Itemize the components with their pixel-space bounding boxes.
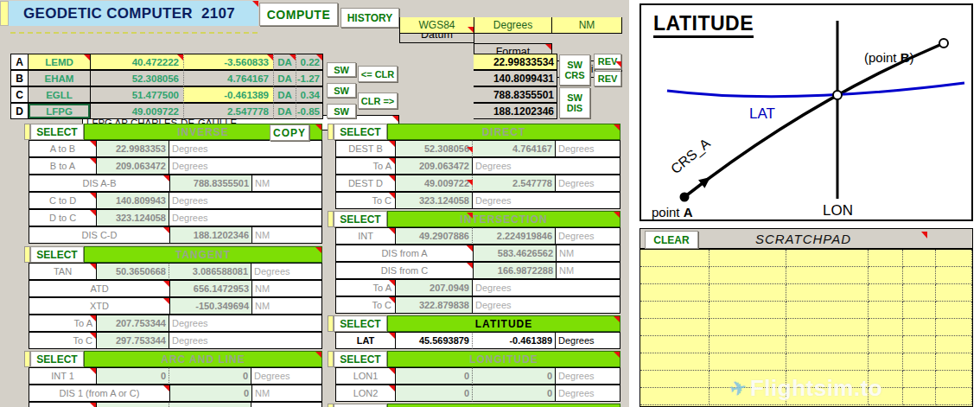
scratchpad-cell[interactable] [869, 284, 903, 302]
row-value[interactable]: 45.5693879 [395, 332, 473, 349]
wp-b-lon[interactable]: 4.764167 [183, 70, 273, 86]
scratchpad-cell[interactable] [936, 319, 972, 336]
wp-a-lon[interactable]: -3.560833 [183, 54, 273, 70]
row-value[interactable]: 323.124058 [96, 209, 169, 226]
clear-left-button[interactable]: <= CLR [358, 66, 398, 82]
scratchpad-cell[interactable] [640, 388, 710, 405]
scratchpad-cell[interactable] [640, 319, 710, 336]
row-value[interactable]: 656.1472953 [169, 280, 252, 297]
scratchpad-cell[interactable] [640, 250, 710, 267]
scratchpad-cell[interactable] [903, 284, 936, 302]
scratchpad-cell[interactable] [936, 371, 972, 388]
scratchpad-cell[interactable] [786, 353, 869, 371]
scratchpad-cell[interactable] [903, 267, 936, 284]
history-button[interactable]: HISTORY [340, 8, 399, 28]
wp-c-code[interactable]: EGLL [29, 86, 91, 103]
wp-a-da-value[interactable]: 0.22 [296, 54, 323, 70]
scratchpad-cell[interactable] [869, 250, 903, 267]
row-value-2[interactable]: -0.461389 [472, 332, 556, 349]
row-value-2[interactable]: 0 [472, 385, 556, 402]
wp-b-code[interactable]: EHAM [29, 70, 91, 86]
scratchpad-cell[interactable] [786, 319, 869, 336]
wp-a-code[interactable]: LEMD [29, 54, 91, 70]
row-value[interactable]: 52.308056 [395, 140, 473, 157]
scratchpad-cell[interactable] [869, 319, 903, 336]
row-value-2[interactable]: 2.224919846 [472, 227, 556, 245]
row-value[interactable]: 0 [96, 367, 169, 385]
scratchpad-cell[interactable] [786, 336, 869, 353]
scratchpad-cell[interactable] [869, 353, 903, 371]
wp-b-lat[interactable]: 52.308056 [91, 70, 183, 86]
scratchpad-cell[interactable] [640, 267, 710, 284]
wp-c-lon[interactable]: -0.461389 [183, 86, 273, 103]
row-value[interactable]: 140.809943 [96, 192, 169, 209]
scratchpad-cell[interactable] [710, 250, 786, 267]
row-value-2[interactable]: 2.547778 [472, 175, 556, 192]
row-value-2[interactable]: 4.764167 [472, 140, 556, 157]
row-value-2[interactable]: 0 [169, 402, 251, 407]
select-arc-button[interactable]: SELECT [30, 351, 84, 367]
scratchpad-cell[interactable] [936, 336, 972, 353]
select-next-button[interactable]: SELECT [334, 404, 387, 407]
scratchpad-cell[interactable] [903, 371, 936, 388]
compute-button[interactable]: COMPUTE [259, 3, 338, 26]
row-value[interactable]: 788.8355501 [169, 175, 252, 192]
scratchpad-cell[interactable] [936, 302, 972, 319]
row-value[interactable]: 166.9872288 [473, 262, 557, 279]
swap-crs-button[interactable]: SW CRS [559, 54, 590, 86]
scratchpad-cell[interactable] [710, 267, 786, 284]
select-latitude-button[interactable]: SELECT [334, 315, 387, 332]
dis-c-value[interactable]: 188.1202346 [474, 103, 557, 119]
row-value[interactable]: 188.1202346 [169, 226, 252, 244]
scratchpad-cell[interactable] [786, 284, 869, 302]
wp-c-lat[interactable]: 51.477500 [91, 86, 183, 103]
select-direct-button[interactable]: SELECT [334, 124, 387, 140]
copy-button[interactable]: COPY [270, 124, 309, 141]
scratchpad-cell[interactable] [869, 336, 903, 353]
row-value[interactable]: 207.753344 [96, 315, 169, 332]
dis-a-value[interactable]: 788.8355501 [474, 86, 557, 103]
select-tangent-button[interactable]: SELECT [30, 246, 84, 263]
row-value[interactable]: -150.349694 [169, 297, 252, 315]
scratchpad-cell[interactable] [869, 267, 903, 284]
scratchpad-cell[interactable] [936, 250, 972, 267]
row-value-2[interactable]: 0 [472, 367, 556, 385]
swap-ab-button[interactable]: SW [327, 62, 356, 77]
scratchpad-cell[interactable] [710, 353, 786, 371]
crs-a-value[interactable]: 22.99833534 [474, 54, 557, 70]
reverse-c-button[interactable]: REV [594, 71, 621, 86]
select-longitude-button[interactable]: SELECT [334, 351, 387, 367]
scratchpad-cell[interactable] [903, 336, 936, 353]
wp-d-da-value[interactable]: -0.85 [296, 103, 323, 119]
row-value[interactable]: 0 [169, 385, 252, 402]
row-value-2[interactable]: 3.086588081 [169, 263, 251, 280]
row-value[interactable]: 322.879838 [395, 296, 473, 314]
wp-d-code[interactable]: LFPG [29, 103, 91, 119]
scratchpad-cell[interactable] [786, 267, 869, 284]
swap-dis-button[interactable]: SW DIS [559, 87, 590, 118]
scratchpad-cell[interactable] [710, 302, 786, 319]
scratchpad-cell[interactable] [640, 371, 710, 388]
scratchpad-cell[interactable] [640, 353, 710, 371]
scratchpad-cell[interactable] [903, 388, 936, 405]
scratchpad-cell[interactable] [903, 319, 936, 336]
scratchpad-cell[interactable] [786, 302, 869, 319]
row-value[interactable]: 297.753344 [96, 332, 169, 349]
row-value[interactable]: 323.124058 [395, 192, 473, 209]
scratchpad-cell[interactable] [903, 353, 936, 371]
scratchpad-cell[interactable] [936, 388, 972, 405]
scratchpad-cell[interactable] [936, 284, 972, 302]
clear-button[interactable]: CLEAR [645, 231, 698, 249]
datum-value[interactable]: WGS84 [399, 17, 474, 34]
scratchpad-cell[interactable] [710, 284, 786, 302]
row-value[interactable]: 49.009722 [395, 175, 473, 192]
row-value[interactable]: 583.4626562 [473, 245, 557, 262]
row-value[interactable]: 50.3650668 [96, 263, 169, 280]
scratchpad-cell[interactable] [936, 267, 972, 284]
row-value[interactable]: 0 [395, 385, 473, 402]
scratchpad-cell[interactable] [903, 302, 936, 319]
scratchpad-cell[interactable] [936, 353, 972, 371]
wp-d-lat[interactable]: 49.009722 [91, 103, 183, 119]
row-value[interactable]: 22.9983353 [96, 140, 169, 157]
row-value[interactable]: 209.063472 [96, 157, 169, 175]
